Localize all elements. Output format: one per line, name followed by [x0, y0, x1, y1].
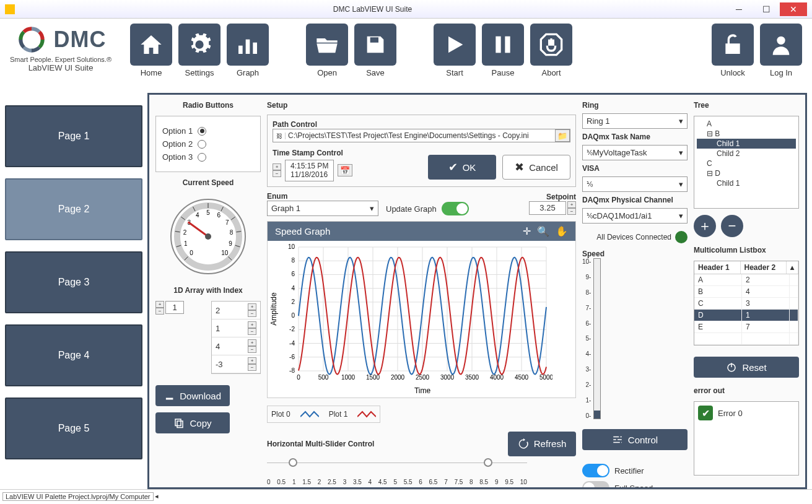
login-button[interactable]: Log In: [760, 24, 802, 77]
tree-item[interactable]: Child 1: [697, 139, 796, 149]
statusbar-path: LabVIEW UI Palette Project.lvproj/My Com…: [2, 492, 154, 501]
svg-text:4000: 4000: [490, 374, 504, 381]
unlock-button[interactable]: Unlock: [712, 24, 754, 77]
path-control[interactable]: ⛓ C:\Projects\TEST\Test Project\Test Eng…: [273, 129, 570, 142]
svg-text:-8: -8: [289, 367, 295, 374]
tree-item[interactable]: Child 2: [697, 149, 796, 159]
listbox-row[interactable]: A2: [694, 274, 798, 286]
visa-select[interactable]: ⅟₀▾: [582, 176, 688, 192]
page-button-2[interactable]: Page 2: [5, 178, 142, 240]
listbox-row[interactable]: C3: [694, 298, 798, 310]
setpoint-spin[interactable]: +−: [567, 201, 576, 215]
array-item[interactable]: 4+−: [212, 337, 260, 355]
gauge-label: Current Speed: [155, 178, 261, 187]
add-button[interactable]: ＋: [694, 215, 716, 237]
listbox-row[interactable]: E7: [694, 321, 798, 333]
close-button[interactable]: ✕: [780, 2, 807, 16]
ok-button[interactable]: ✔OK: [428, 155, 496, 180]
daqmx-task-label: DAQmx Task Name: [582, 133, 688, 141]
hslider-thumb-b[interactable]: [484, 458, 492, 467]
ring-select[interactable]: Ring 1▾: [582, 113, 688, 129]
copy-button[interactable]: Copy: [155, 412, 230, 433]
radio-option-2[interactable]: Option 2: [162, 139, 254, 149]
page-button-3[interactable]: Page 3: [5, 251, 142, 313]
timestamp-value[interactable]: 4:15:15 PM 11/18/2016: [285, 160, 334, 181]
visa-label: VISA: [582, 164, 688, 173]
pause-button[interactable]: Pause: [482, 24, 524, 77]
control-button[interactable]: Control: [582, 429, 688, 450]
window-title: DMC LabVIEW UI Suite: [20, 5, 725, 14]
svg-rect-33: [177, 421, 183, 428]
remove-button[interactable]: −: [721, 215, 743, 237]
array-index-spin[interactable]: +−: [155, 301, 164, 315]
svg-text:3000: 3000: [440, 374, 455, 381]
graph-button[interactable]: Graph: [227, 24, 269, 77]
radio-option-1[interactable]: Option 1: [162, 126, 254, 136]
status-bar: LabVIEW UI Palette Project.lvproj/My Com…: [0, 489, 812, 503]
setup-label: Setup: [267, 101, 576, 110]
home-button[interactable]: Home: [130, 24, 172, 77]
refresh-icon: [518, 438, 529, 450]
zoom-tool-icon[interactable]: 🔍: [537, 225, 549, 237]
speed-slider[interactable]: 10-9-8-7-6-5-4-3-2-1-0-: [582, 258, 601, 419]
start-button[interactable]: Start: [434, 24, 476, 77]
update-graph-label: Update Graph: [386, 204, 437, 214]
play-icon: [442, 32, 467, 57]
save-button[interactable]: Save: [354, 24, 396, 77]
page-button-4[interactable]: Page 4: [5, 324, 142, 386]
rectifier-switch[interactable]: [582, 464, 609, 477]
array-index[interactable]: 1: [165, 301, 184, 314]
enum-select[interactable]: Graph 1▾: [267, 201, 378, 216]
abort-button[interactable]: Abort: [530, 24, 572, 77]
multicolumn-listbox[interactable]: Header 1Header 2▴A2B4C3D1E7: [694, 261, 799, 345]
radio-group: Option 1Option 2Option 3: [155, 116, 261, 172]
svg-text:4: 4: [291, 284, 295, 291]
reset-button[interactable]: Reset: [694, 357, 799, 378]
listbox-row[interactable]: D1: [694, 310, 798, 321]
sliders-icon: [612, 434, 623, 445]
settings-button[interactable]: Settings: [178, 24, 220, 77]
hslider-track[interactable]: [267, 463, 527, 475]
page-button-5[interactable]: Page 5: [5, 398, 142, 459]
pan-tool-icon[interactable]: ✋: [556, 225, 568, 237]
tree-item[interactable]: ⊟ D: [697, 168, 796, 178]
tree-item[interactable]: Child 1: [697, 178, 796, 188]
array-item[interactable]: -3+−: [212, 355, 260, 373]
svg-text:2: 2: [183, 229, 187, 236]
fullspeed-switch[interactable]: [582, 481, 609, 489]
svg-text:6: 6: [291, 271, 295, 277]
listbox-row[interactable]: B4: [694, 286, 798, 298]
setpoint-value[interactable]: 3.25: [529, 201, 566, 215]
copy-icon: [173, 417, 185, 428]
svg-text:5000: 5000: [539, 374, 552, 381]
daqmx-task-select[interactable]: ⅟₀ MyVoltageTask▾: [582, 145, 688, 160]
crosshair-tool-icon[interactable]: ✛: [523, 225, 531, 237]
minimize-button[interactable]: ─: [725, 2, 753, 16]
array-item[interactable]: 2+−: [212, 302, 260, 319]
page-button-1[interactable]: Page 1: [5, 105, 142, 167]
timestamp-spin[interactable]: +−: [273, 163, 281, 177]
devices-label: All Devices Connected: [596, 233, 671, 241]
svg-text:0: 0: [291, 312, 295, 319]
update-graph-switch[interactable]: [442, 202, 469, 215]
radio-option-3[interactable]: Option 3: [162, 152, 254, 162]
tree-control[interactable]: A⊟ BChild 1Child 2C⊟ DChild 1: [694, 116, 799, 209]
browse-button[interactable]: 📁: [555, 129, 570, 142]
cancel-button[interactable]: ✖Cancel: [502, 155, 570, 180]
array-item[interactable]: 1+−: [212, 319, 260, 337]
refresh-button[interactable]: Refresh: [508, 432, 576, 456]
tree-label: Tree: [694, 101, 799, 110]
error-label: error out: [694, 386, 799, 395]
devices-status-led: [675, 231, 688, 243]
maximize-button[interactable]: ☐: [753, 2, 780, 16]
open-button[interactable]: Open: [306, 24, 348, 77]
tree-item[interactable]: ⊟ B: [697, 129, 796, 139]
speed-gauge: 012345678910: [165, 193, 251, 280]
tree-item[interactable]: A: [697, 119, 796, 129]
download-button[interactable]: Download: [155, 385, 230, 406]
tree-item[interactable]: C: [697, 159, 796, 168]
path-value: C:\Projects\TEST\Test Project\Test Engin…: [286, 130, 555, 141]
calendar-button[interactable]: 📅: [338, 164, 352, 176]
daqmx-chan-select[interactable]: ⅟₀ cDAQ1Mod1/ai1▾: [582, 208, 688, 224]
hslider-thumb-a[interactable]: [289, 458, 297, 467]
